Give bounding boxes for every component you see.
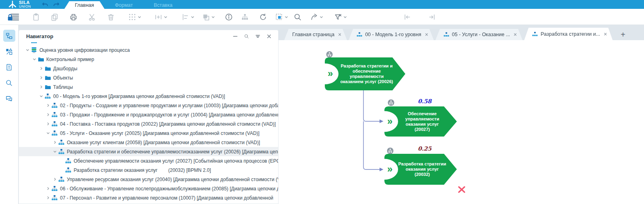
- tree-item-label: 06 - Обслуживание - Управление послепрод…: [60, 186, 278, 192]
- collapse-left-button[interactable]: [403, 11, 411, 23]
- tree-row[interactable]: Разработка стратегии и обеспечение управ…: [19, 147, 278, 156]
- document-tab[interactable]: Разработка стратегии и...×: [524, 28, 613, 40]
- tree-item-label: 05 - Услуги - Оказание услуг (20025) [Ди…: [60, 131, 260, 136]
- expander-collapsed-icon[interactable]: [38, 66, 44, 71]
- node-label-line: управляемости: [350, 74, 384, 79]
- tree-item-label: Таблицы: [53, 84, 73, 90]
- collapse-right-button[interactable]: [428, 11, 436, 23]
- minus-icon: [233, 34, 238, 39]
- rail-document-button[interactable]: [3, 61, 15, 73]
- app-window: SILA UNION ГлавнаяФорматВставка Навигато…: [0, 0, 644, 204]
- tree-row[interactable]: Дашборды: [19, 64, 278, 73]
- rail-navigator-button[interactable]: [3, 30, 15, 42]
- tree-row[interactable]: Контрольный пример: [19, 55, 278, 64]
- expander-collapsed-icon[interactable]: [52, 177, 58, 182]
- connector-tool-button[interactable]: [310, 11, 323, 23]
- refresh-button[interactable]: [259, 11, 267, 23]
- tree-row[interactable]: 00 - Модель 1-го уровня [Диаграмма цепоч…: [19, 92, 278, 101]
- ribbon-tab-Главная[interactable]: Главная: [64, 1, 105, 9]
- diagram-canvas[interactable]: »Разработка стратегии иобеспечениеуправл…: [279, 40, 644, 204]
- print-button[interactable]: [69, 11, 78, 23]
- vad-process-node[interactable]: »Обеспечениеуправляемостиоказания услуг …: [384, 106, 457, 137]
- delete-button[interactable]: [107, 11, 115, 23]
- tree-row[interactable]: Оценка уровня цифровизации процесса: [19, 45, 278, 55]
- expander-expanded-icon[interactable]: [25, 47, 30, 53]
- diagram-icon: [532, 32, 538, 37]
- ribbon-tab-Формат[interactable]: Формат: [105, 1, 143, 9]
- folder-icon: [45, 84, 51, 90]
- diagram-icon: [444, 32, 449, 37]
- tree-row[interactable]: Управление ресурсами оказания услуг (200…: [19, 175, 278, 184]
- expander-collapsed-icon[interactable]: [45, 186, 51, 192]
- lock-layers-button[interactable]: [8, 11, 19, 23]
- rail-comments-button[interactable]: [3, 92, 15, 104]
- expander-collapsed-icon[interactable]: [45, 121, 51, 127]
- navigator-close-button[interactable]: [266, 34, 272, 39]
- tree-row[interactable]: 07 - Персонал - Развитие и управление пе…: [19, 193, 278, 202]
- app-logo: SILA UNION: [8, 0, 31, 9]
- tree-row[interactable]: Таблицы: [19, 82, 278, 92]
- rail-objects-button[interactable]: [3, 45, 15, 57]
- tree-row[interactable]: Оказание услуг клиентам (20058) [Диаграм…: [19, 138, 278, 147]
- selection-mode-button[interactable]: [275, 11, 288, 23]
- expander-expanded-icon[interactable]: [52, 149, 58, 155]
- navigator-minimize-button[interactable]: [233, 34, 238, 39]
- insert-object-button[interactable]: [154, 11, 167, 23]
- node-label: Обеспечениеуправляемостиоказания услуг (…: [398, 106, 446, 137]
- tree-item-label: Обеспечение управляемости оказания услуг…: [74, 158, 278, 164]
- tree-row[interactable]: Обеспечение управляемости оказания услуг…: [19, 156, 278, 165]
- vad-process-node[interactable]: »Разработка стратегииоказания услуг(2003…: [384, 154, 457, 185]
- document-tab[interactable]: 00 - Модель 1-го уровня×: [349, 29, 434, 40]
- curve-arrow-icon: [310, 13, 318, 21]
- arrange-button[interactable]: [202, 11, 215, 23]
- folder-icon: [45, 75, 51, 81]
- tree-row[interactable]: 04 - Поставка - Поставка продуктов (2002…: [19, 119, 278, 129]
- expander-collapsed-icon[interactable]: [45, 195, 51, 201]
- tab-close-icon[interactable]: ×: [425, 32, 428, 37]
- ribbon-tab-Вставка[interactable]: Вставка: [143, 1, 183, 9]
- expander-collapsed-icon[interactable]: [38, 75, 44, 81]
- tree-row[interactable]: [19, 42, 278, 45]
- tree-row[interactable]: 02 - Продукты - Создание и управление пр…: [19, 101, 278, 110]
- tree-row[interactable]: Объекты: [19, 73, 278, 82]
- grid-options-button[interactable]: [128, 11, 141, 23]
- paste-button[interactable]: [32, 11, 40, 23]
- undo-icon[interactable]: [42, 2, 49, 7]
- tree-row[interactable]: Разработка стратегии оказания услуг (200…: [19, 165, 278, 175]
- new-tab-button[interactable]: +: [621, 31, 625, 39]
- info-button[interactable]: [225, 11, 233, 23]
- document-tab[interactable]: Главная страница×: [284, 29, 347, 40]
- expander-expanded-icon[interactable]: [31, 57, 37, 62]
- tree-row[interactable]: 03 - Продажи - Продвижение и продажапрод…: [19, 110, 278, 119]
- expander-collapsed-icon[interactable]: [52, 140, 58, 145]
- expander-expanded-icon[interactable]: [45, 131, 51, 136]
- cut-button[interactable]: [88, 11, 97, 23]
- expander-expanded-icon[interactable]: [38, 94, 44, 99]
- hierarchy-button[interactable]: [241, 11, 249, 23]
- tree-row[interactable]: 05 - Услуги - Оказание услуг (20025) [Ди…: [19, 129, 278, 138]
- search-button[interactable]: [293, 11, 302, 23]
- redo-icon[interactable]: [53, 2, 60, 7]
- hierarchy-icon: [241, 13, 249, 21]
- tab-close-icon[interactable]: ×: [604, 31, 607, 37]
- rail-search-button[interactable]: [3, 77, 15, 89]
- delete-x-marker-icon[interactable]: [458, 186, 466, 193]
- navigator-search-button[interactable]: [244, 34, 249, 39]
- tab-close-icon[interactable]: ×: [514, 32, 517, 37]
- filter-button[interactable]: [334, 11, 347, 23]
- tree-item-label: 04 - Поставка - Поставка продуктов (2002…: [60, 121, 276, 127]
- navigator-filter-button[interactable]: [255, 34, 260, 39]
- expander-collapsed-icon[interactable]: [45, 112, 51, 118]
- tab-close-icon[interactable]: ×: [338, 32, 341, 37]
- tree-row[interactable]: 06 - Обслуживание - Управление послепрод…: [19, 184, 278, 193]
- expander-spacer: [59, 167, 64, 173]
- expander-spacer: [59, 158, 64, 164]
- expander-collapsed-icon[interactable]: [38, 84, 44, 90]
- vad-process-node[interactable]: »Разработка стратегии иобеспечениеуправл…: [325, 57, 405, 90]
- align-button[interactable]: [181, 11, 194, 23]
- copy-button[interactable]: [50, 11, 59, 23]
- node-label-line: управляемости: [405, 116, 439, 122]
- expander-spacer: [25, 42, 30, 44]
- document-tab[interactable]: 05 - Услуги - Оказание ...×: [436, 29, 522, 40]
- expander-collapsed-icon[interactable]: [45, 103, 51, 108]
